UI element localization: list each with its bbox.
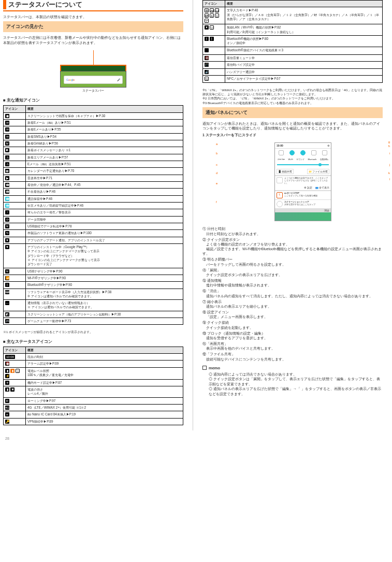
panel-callout-item: ④「展開」 クイック設定ボタンの表示エリアを広げます。 [202,268,383,277]
table-desc-cell: 新着エリアメールあり▶P.57 [26,154,183,161]
nosim-icon: ⌀ [5,412,9,416]
table-icon-cell: N [203,75,225,82]
panel-callout-item: ⑤ 通知情報 進行中情報や通知情報が表示されます。 [202,278,383,287]
table-icon-cell [203,47,225,54]
table-icon-cell: ▮✖ [4,386,26,397]
clock-icon: 10:00 [5,355,15,359]
table-desc-cell: 通話保留中▶P.46 [26,195,183,202]
play-icon: ▶ [5,176,9,180]
table-icon-cell: ✉ [4,119,26,126]
table-desc-cell: カレンダーの予定通知あり▶P.70 [26,168,183,175]
table-icon-cell: ✉ [4,133,26,140]
table-desc-cell: NFC／おサイフケータイ設定中▶P.67 [225,75,383,82]
table-icon-cell: ✈ [4,379,26,386]
table-desc-cell: 新着Eメール（au）あり▶P.51 [26,119,183,126]
callout-g: g [388,140,390,143]
table-icon-cell: 漢AB12ｶﾅA1ア [203,7,225,24]
panel-callout-item: ① 日付と時刻 日付と時刻などが表示されます。 [202,226,383,236]
table-icon-cell: M [4,140,26,147]
col-desc: 概要 [26,347,183,353]
table-desc-cell: USBテザリング中▶P.90 [26,268,183,275]
phone-t1-icon: ☎ [5,197,9,201]
col-icon: アイコン [4,347,26,353]
status-icons-table-1: アイコン 概要 10:00 現在の時刻⏰ アラーム設定中▶P.69▮▮▯⚡ 電池… [3,347,183,425]
panel-callout-item: ⑦ 縮小表示 通知パネルの表示エリアを縮小します。 [202,299,383,309]
table-desc-cell: 通知情報（表示されていない通知情報あり） ※ アイコンは通知パネルでのみ確認でき… [26,300,183,311]
table-icon-cell: 4G [4,404,26,411]
homescreen-mock: Google 🎤 [60,71,126,88]
dl-icon: ▼ [5,238,9,242]
callout-k: k [388,171,390,175]
callout-e: e [216,182,217,185]
ab2-icon: AB [210,8,214,12]
plane-icon: ✈ [5,381,9,385]
panel-callout-descriptions: ① 日付と時刻 日付と時刻などが表示されます。② クイック設定ボタン よく使う機… [202,226,383,361]
table-desc-cell: ハンズフリー通話中 [225,68,383,75]
table-icon-cell: 🔑 [4,418,26,425]
err-icon: ⚠ [5,155,9,160]
panel-callout-item: ③ 明るさ調整バー バーをドラッグして画面の明るさを設定します。 [202,257,383,266]
table-icon-cell: ▼▽ [203,24,225,36]
table-desc-cell: 伝言メモあり／簡易留守録設定中▶P.46 [26,202,183,209]
sig1-icon: ▮ [5,387,9,392]
vpn-icon: 🔑 [5,420,9,424]
ab4-icon: ｶﾅ [205,13,209,18]
col-desc: 概要 [26,106,183,112]
bt2-icon: ᛒ [210,37,214,41]
table-desc-cell: アプリのアップデート通知、アプリのインストール完了 [26,237,183,243]
callout-f: f [216,200,217,204]
statusbar-illustration: Google 🎤 [58,50,128,88]
table-desc-cell: スクリーンショットで画面を保存（キャプチャ）▶P.30 [26,112,183,119]
panel-callout-item: ⑧ 設定アイコン 「設定」メニュー画面を表示します。 [202,310,383,319]
cal-icon: ▦ [5,169,9,173]
r-icon: R [5,399,9,403]
table-desc-cell: 着信中／発信中／通話中▶P.44、P.45 [26,181,183,188]
table-icon-cell: ◼ [4,112,26,119]
panel-quick-toggles [275,149,331,157]
table-icon-cell: Ψ [4,223,26,229]
table-icon-cell: ⋯ [4,300,26,311]
ab7-icon: ア [205,19,209,23]
panel-share-row: 📱 画面共有 📁 ファイル共有 [275,168,331,176]
table-desc-cell: 新着SMSあり▶P.54 [26,133,183,140]
mute-icon: 🔇 [205,56,209,60]
page-number: 28 [0,436,392,443]
table-icon-cell: 🎮 [4,318,26,325]
table-desc-cell: アラーム設定中▶P.69 [26,361,183,367]
table-desc-cell: ローミング中▶P.97 [26,397,183,404]
env2-icon: ✉ [5,127,9,132]
pointer-line [93,50,94,65]
hf-icon: 🔊 [205,70,209,74]
b1-icon: ▮ [5,369,9,373]
table-icon-cell: ▦ [4,168,26,175]
table-icon-cell: ᛒ [4,282,26,289]
panel-notif-1: よくつかう機能を設定できます。ここをタップしてアプリへのアクセスを（許可）してく… [275,176,331,185]
kbd-icon: ⌨ [5,290,9,294]
page-title: ステータスバーについて [3,0,183,9]
panel-body: 通知アイコンが表示されたときは、通知パネルを開くと通知の概要を確認できます。また… [202,121,383,131]
panel-homescreen-peek [275,212,331,221]
table-desc-cell: 現在の時刻 [26,353,183,360]
table-desc-cell: 文字入力モード▶P.40 漢（ひらがな漢字）／ＡＢ（全角英字）／１２（全角数字）… [225,7,383,24]
table-desc-cell: Wi-Fi®テザリング中▶P.90 [26,275,183,281]
table-icon-cell: ☎ [4,202,26,209]
section-strip-panel: 通知パネルについて [202,107,383,118]
table-desc-cell: 何らかのエラー発生／警告表示 [26,209,183,216]
memo-heading: memo [202,366,383,370]
col-icon: アイコン [4,106,26,112]
memo-list: 通知内容によっては消去できない場合があります。クイック設定ボタンは「展開」をタッ… [209,372,383,396]
memo-item: クイック設定ボタンは「展開」をタップして、表示エリアを広げた状態で「編集」をタッ… [209,377,383,386]
callout-h: h [388,145,390,148]
usb-icon: Ψ [5,224,9,228]
table-icon-cell: ⚠ [4,161,26,167]
google-searchbox-mock: Google 🎤 [64,76,123,84]
table-desc-cell: 電池レベル状態 100％／残量少／要充電／充電中 [26,367,183,379]
panel-callout-item: ⑫「ファイル共有」 接続可能なデバイスにコンテンツを共有します。 [202,352,383,361]
warn-icon: ! [5,210,9,214]
ab-icon: 漢 [205,8,209,12]
panel-callout-item: ⑨ クイック接続 クイック接続を起動します。 [202,320,383,329]
shot-icon: ◩ [5,312,9,316]
ab3-icon: 12 [215,8,219,12]
table-icon-cell: ▶ [4,175,26,181]
table-desc-cell: 電波の強さ レベル4／圏外 [26,386,183,397]
